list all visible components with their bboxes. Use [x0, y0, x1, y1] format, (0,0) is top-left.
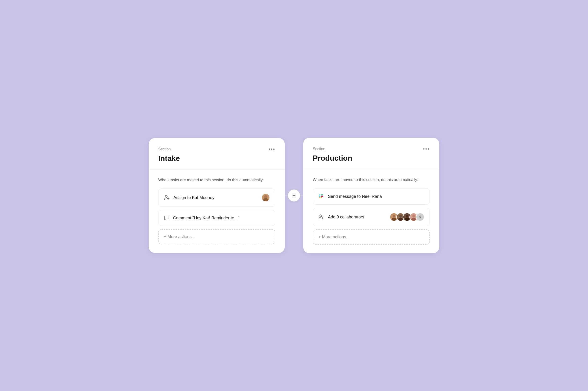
svg-rect-8	[321, 194, 322, 196]
svg-rect-11	[321, 197, 322, 198]
connector-plus-button[interactable]: +	[288, 190, 300, 201]
svg-point-19	[392, 218, 396, 221]
intake-section-label: Section	[158, 147, 171, 151]
production-card-header: Section ••• Production	[303, 138, 439, 169]
intake-more-actions[interactable]: + More actions...	[158, 229, 275, 244]
production-collaborators-text: Add 9 collaborators	[328, 215, 386, 220]
svg-rect-10	[319, 197, 320, 198]
collaborator-count-badge: 5	[416, 213, 424, 221]
intake-assign-text: Assign to Kat Mooney	[173, 195, 258, 200]
intake-more-icon[interactable]: •••	[269, 147, 275, 152]
svg-point-28	[411, 218, 416, 221]
svg-point-25	[405, 218, 409, 221]
production-card-body: When tasks are moved to this section, do…	[303, 169, 439, 253]
svg-rect-9	[322, 194, 323, 196]
intake-assign-action[interactable]: Assign to Kat Mooney	[158, 189, 275, 207]
main-container: Section ••• Intake When tasks are moved …	[149, 138, 439, 253]
intake-more-actions-label: + More actions...	[164, 234, 195, 239]
production-description: When tasks are moved to this section, do…	[313, 177, 430, 183]
connector: +	[285, 190, 303, 201]
svg-point-0	[165, 196, 167, 197]
svg-rect-6	[319, 194, 320, 196]
production-slack-action[interactable]: Send message to Neel Rana	[313, 188, 430, 205]
intake-assign-avatars	[262, 194, 270, 202]
production-more-actions[interactable]: + More actions...	[313, 229, 430, 245]
svg-rect-12	[321, 196, 322, 197]
intake-card-header: Section ••• Intake	[149, 138, 285, 170]
svg-point-4	[264, 195, 267, 198]
comment-icon	[164, 215, 170, 221]
production-collaborators-avatars: 5	[390, 213, 424, 221]
production-slack-text: Send message to Neel Rana	[328, 194, 424, 199]
intake-card: Section ••• Intake When tasks are moved …	[149, 138, 285, 253]
person-add-collaborators-icon	[318, 214, 325, 220]
production-collaborators-action[interactable]: Add 9 collaborators	[313, 208, 430, 226]
production-more-icon[interactable]: •••	[423, 146, 430, 152]
svg-point-21	[399, 215, 402, 217]
slack-icon	[318, 193, 325, 200]
person-add-icon	[164, 194, 170, 201]
intake-comment-text: Comment "Hey Kat! Reminder to..."	[173, 216, 270, 220]
svg-point-27	[413, 215, 415, 217]
svg-point-14	[320, 215, 322, 217]
kat-mooney-avatar	[262, 194, 270, 202]
svg-point-24	[406, 215, 409, 217]
svg-rect-7	[319, 196, 320, 197]
production-more-actions-label: + More actions...	[318, 235, 350, 239]
production-section-label: Section	[313, 147, 325, 151]
svg-rect-13	[322, 196, 323, 197]
production-section-title: Production	[313, 154, 430, 163]
production-card: Section ••• Production When tasks are mo…	[303, 138, 439, 253]
svg-point-18	[393, 215, 395, 217]
intake-comment-action[interactable]: Comment "Hey Kat! Reminder to..."	[158, 210, 275, 226]
intake-section-title: Intake	[158, 154, 275, 163]
connector-plus-icon: +	[292, 193, 296, 198]
intake-description: When tasks are moved to this section, do…	[158, 177, 275, 183]
intake-card-body: When tasks are moved to this section, do…	[149, 170, 285, 253]
svg-point-22	[398, 218, 403, 221]
